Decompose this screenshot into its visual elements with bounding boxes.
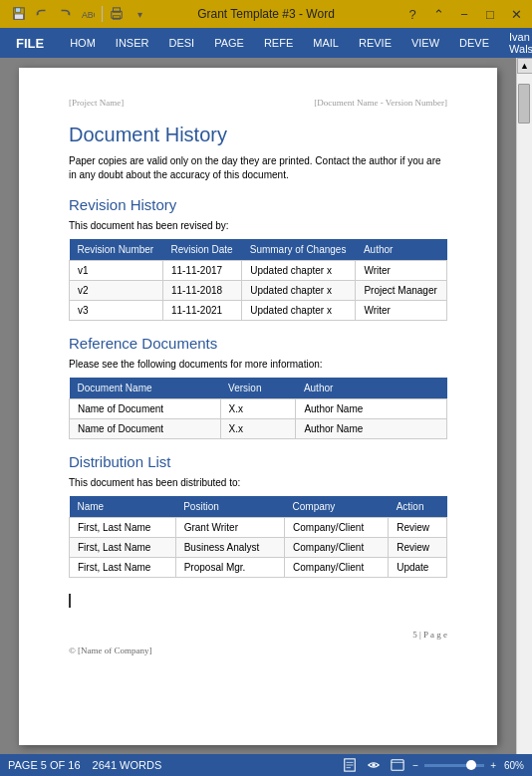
- window-title: Grant Template #3 - Word: [197, 7, 335, 21]
- main-heading: Document History: [69, 124, 447, 146]
- svg-rect-2: [15, 14, 24, 19]
- window-controls[interactable]: ? ⌃ − □ ✕: [400, 3, 528, 25]
- doc-layout-icon[interactable]: [341, 756, 359, 774]
- save-button[interactable]: [8, 3, 30, 25]
- print-button[interactable]: [106, 3, 128, 25]
- ribbon-toggle[interactable]: ⌃: [426, 3, 450, 25]
- page-status: PAGE 5 OF 16: [8, 759, 81, 771]
- zoom-level: 60%: [504, 760, 524, 771]
- header-project-name: [Project Name]: [69, 98, 124, 108]
- dist-col-action: Action: [389, 496, 447, 518]
- customize-button[interactable]: ▾: [129, 3, 150, 25]
- user-name: Ivan Walsh: [509, 31, 532, 55]
- scroll-thumb[interactable]: [518, 84, 530, 124]
- table-row: First, Last NameGrant WriterCompany/Clie…: [70, 518, 447, 538]
- reference-table: Document Name Version Author Name of Doc…: [69, 378, 447, 439]
- references-menu[interactable]: REFE: [254, 28, 303, 58]
- review-menu[interactable]: REVIE: [349, 28, 401, 58]
- distribution-subtext: This document has been distributed to:: [69, 476, 447, 490]
- revision-col-date: Revision Date: [162, 239, 241, 261]
- insert-menu[interactable]: INSER: [106, 28, 159, 58]
- scroll-track[interactable]: [517, 74, 532, 760]
- table-row: v111-11-2017Updated chapter xWriter: [70, 261, 447, 281]
- toolbar-separator: [102, 6, 103, 22]
- web-layout-icon[interactable]: [389, 756, 406, 774]
- table-row: v211-11-2018Updated chapter xProject Man…: [70, 281, 447, 301]
- ref-col-version: Version: [220, 378, 296, 399]
- svg-rect-14: [392, 760, 403, 771]
- zoom-slider[interactable]: [424, 764, 484, 767]
- zoom-minus[interactable]: −: [412, 760, 418, 771]
- quick-access-toolbar[interactable]: ABC ▾: [8, 3, 150, 25]
- svg-rect-1: [16, 8, 21, 12]
- read-mode-icon[interactable]: [365, 756, 383, 774]
- help-button[interactable]: ?: [400, 3, 424, 25]
- svg-point-13: [373, 763, 377, 767]
- text-cursor: [69, 594, 71, 608]
- header-doc-version: [Document Name - Version Number]: [314, 98, 447, 108]
- redo-button[interactable]: [54, 3, 76, 25]
- zoom-slider-thumb[interactable]: [466, 760, 476, 770]
- design-menu[interactable]: DESI: [158, 28, 204, 58]
- undo-button[interactable]: [31, 3, 53, 25]
- minimize-button[interactable]: −: [452, 3, 476, 25]
- content-area: [Project Name] [Document Name - Version …: [0, 58, 532, 776]
- word-count-status: 2641 WORDS: [93, 759, 162, 771]
- zoom-plus[interactable]: +: [490, 760, 496, 771]
- maximize-button[interactable]: □: [478, 3, 502, 25]
- file-menu[interactable]: FILE: [0, 28, 60, 58]
- dist-col-name: Name: [70, 496, 176, 518]
- revision-col-number: Revision Number: [70, 239, 163, 261]
- menu-bar: FILE HOM INSER DESI PAGE REFE MAIL REVIE…: [0, 28, 532, 58]
- table-row: First, Last NameProposal Mgr.Company/Cli…: [70, 558, 447, 578]
- revision-table: Revision Number Revision Date Summary of…: [69, 239, 447, 321]
- status-icons: − + 60%: [341, 756, 524, 774]
- distribution-table: Name Position Company Action First, Last…: [69, 496, 447, 578]
- zoom-area[interactable]: − + 60%: [412, 760, 524, 771]
- distribution-heading: Distribution List: [69, 453, 447, 470]
- table-row: Name of DocumentX.xAuthor Name: [70, 419, 447, 439]
- status-bar: PAGE 5 OF 16 2641 WORDS − + 60%: [0, 754, 532, 776]
- intro-paragraph: Paper copies are valid only on the day t…: [69, 154, 447, 182]
- page-header: [Project Name] [Document Name - Version …: [69, 98, 447, 108]
- title-bar: ABC ▾ Grant Template #3 - Word ? ⌃ − □ ✕: [0, 0, 532, 28]
- ref-col-name: Document Name: [70, 378, 221, 399]
- revision-subtext: This document has been revised by:: [69, 219, 447, 233]
- table-row: v311-11-2021Updated chapter xWriter: [70, 301, 447, 321]
- reference-subtext: Please see the following documents for m…: [69, 358, 447, 372]
- revision-col-author: Author: [356, 239, 447, 261]
- mailings-menu[interactable]: MAIL: [303, 28, 349, 58]
- revision-col-summary: Summary of Changes: [242, 239, 356, 261]
- view-menu[interactable]: VIEW: [401, 28, 449, 58]
- svg-text:ABC: ABC: [82, 10, 95, 20]
- page-footer: 5 | P a g e: [69, 630, 447, 640]
- page-scroll-area[interactable]: [Project Name] [Document Name - Version …: [0, 58, 516, 776]
- ref-col-author: Author: [296, 378, 447, 399]
- close-button[interactable]: ✕: [504, 3, 528, 25]
- copyright-text: © [Name of Company]: [69, 646, 447, 655]
- developer-menu[interactable]: DEVE: [449, 28, 499, 58]
- dist-col-company: Company: [285, 496, 389, 518]
- vertical-scrollbar[interactable]: ▲ ▼: [516, 58, 532, 776]
- revision-heading: Revision History: [69, 196, 447, 213]
- scroll-up-button[interactable]: ▲: [517, 58, 533, 74]
- page-number: 5 | P a g e: [412, 630, 447, 640]
- table-row: Name of DocumentX.xAuthor Name: [70, 399, 447, 419]
- document-page: [Project Name] [Document Name - Version …: [19, 68, 497, 745]
- dist-col-position: Position: [175, 496, 284, 518]
- home-menu[interactable]: HOM: [60, 28, 106, 58]
- spellcheck-button[interactable]: ABC: [77, 3, 99, 25]
- table-row: First, Last NameBusiness AnalystCompany/…: [70, 538, 447, 558]
- user-account[interactable]: Ivan Walsh ▾ K: [499, 28, 532, 58]
- page-layout-menu[interactable]: PAGE: [204, 28, 254, 58]
- reference-heading: Reference Documents: [69, 335, 447, 352]
